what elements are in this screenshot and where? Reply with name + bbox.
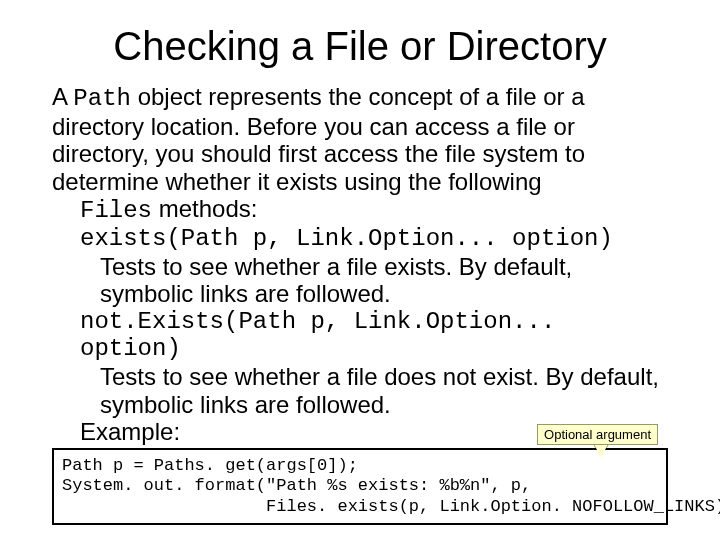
slide-title: Checking a File or Directory (52, 24, 668, 69)
callout-pointer (594, 444, 608, 458)
intro-prefix: A (52, 83, 73, 110)
method1-signature: exists(Path p, Link.Option... option) (80, 225, 668, 253)
callout-label: Optional argument (537, 424, 658, 445)
code-box: Path p = Paths. get(args[0]); System. ou… (52, 448, 668, 525)
intro-paragraph: A Path object represents the concept of … (52, 83, 668, 225)
method2-signature: not.Exists(Path p, Link.Option... option… (80, 308, 668, 363)
slide: Checking a File or Directory A Path obje… (0, 0, 720, 540)
method1-description: Tests to see whether a file exists. By d… (100, 253, 668, 308)
code-line-1: Path p = Paths. get(args[0]); (62, 456, 358, 475)
body-text: A Path object represents the concept of … (52, 83, 668, 446)
method2-description: Tests to see whether a file does not exi… (100, 363, 668, 418)
intro-after-files: methods: (152, 195, 257, 222)
intro-after-path: object represents the concept of a file … (52, 83, 585, 195)
code-example-wrap: Optional argument Path p = Paths. get(ar… (52, 448, 668, 525)
code-line-3: Files. exists(p, Link.Option. NOFOLLOW_L… (62, 497, 720, 516)
code-line-2: System. out. format("Path %s exists: %b%… (62, 476, 531, 495)
path-code-token: Path (73, 85, 131, 112)
files-code-token: Files (80, 197, 152, 225)
